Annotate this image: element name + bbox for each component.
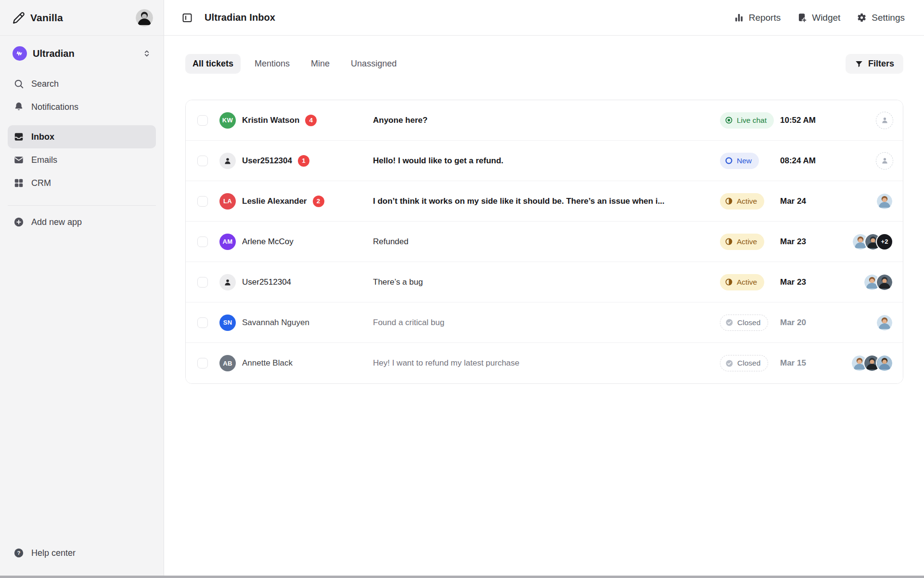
status-badge-live: Live chat — [720, 112, 774, 129]
ticket-message: There’s a bug — [373, 277, 720, 287]
status-label: Active — [737, 278, 757, 287]
status-cell: Live chat — [720, 112, 780, 129]
header-actions: ReportsWidgetSettings — [734, 13, 905, 23]
assignee-overflow-badge: +2 — [876, 233, 893, 250]
ticket-time: 08:24 AM — [780, 156, 835, 166]
filters-button[interactable]: Filters — [846, 54, 903, 74]
funnel-icon — [855, 60, 863, 68]
sidebar-toggle-icon[interactable] — [181, 12, 193, 24]
ticket-contact-name: Leslie Alexander — [242, 197, 307, 206]
tab-mine[interactable]: Mine — [304, 54, 337, 74]
unread-count-badge: 2 — [313, 196, 324, 207]
help-center-label: Help center — [31, 548, 76, 558]
ticket-message: Refunded — [373, 237, 720, 247]
unassigned-avatar-icon — [876, 152, 893, 170]
header-action-widget[interactable]: Widget — [797, 13, 840, 23]
ticket-time: Mar 20 — [780, 318, 835, 328]
chevron-up-down-icon — [142, 49, 151, 58]
ticket-message: Hey! I want to refund my latest purchase — [373, 358, 720, 368]
header-action-settings[interactable]: Settings — [857, 13, 905, 23]
header-action-label: Widget — [812, 13, 840, 23]
status-label: Active — [737, 197, 757, 206]
assignee-photo-avatar — [876, 355, 893, 372]
ticket-checkbox[interactable] — [197, 358, 208, 368]
question-circle-icon: ? — [13, 548, 24, 558]
ticket-checkbox[interactable] — [197, 196, 208, 207]
header-action-label: Reports — [749, 13, 781, 23]
ticket-row[interactable]: SNSavannah NguyenFound a critical bugClo… — [186, 302, 903, 343]
ticket-contact-name: Annette Black — [242, 358, 293, 368]
search-icon — [13, 79, 24, 89]
status-label: Closed — [737, 318, 760, 327]
contact-avatar: KW — [219, 112, 236, 129]
ticket-contact-name: Savannah Nguyen — [242, 318, 309, 328]
status-badge-closed: Closed — [720, 315, 768, 331]
gear-icon — [857, 13, 867, 23]
ticket-time: Mar 24 — [780, 197, 835, 206]
ticket-row[interactable]: ABAnnette BlackHey! I want to refund my … — [186, 343, 903, 383]
header-action-reports[interactable]: Reports — [734, 13, 781, 23]
sidebar-item-label: Inbox — [31, 132, 54, 142]
assignee-avatars — [835, 355, 893, 372]
tab-all-tickets[interactable]: All tickets — [185, 54, 241, 74]
add-new-app-label: Add new app — [31, 217, 82, 227]
sidebar-item-notifications[interactable]: Notifications — [8, 95, 156, 118]
assignee-avatars — [835, 314, 893, 331]
pen-brand-icon — [13, 12, 25, 24]
ticket-contact-name: User2512304 — [242, 156, 292, 166]
ticket-row[interactable]: AMArlene McCoyRefundedActiveMar 23+2 — [186, 222, 903, 262]
sidebar-item-crm[interactable]: CRM — [8, 171, 156, 195]
assignee-avatars: +2 — [835, 233, 893, 250]
status-badge-active: Active — [720, 234, 764, 250]
assignee-photo-avatar — [876, 193, 893, 210]
ticket-contact-name: User2512304 — [242, 277, 291, 287]
assignee-avatars — [835, 152, 893, 170]
workspace-switcher[interactable]: Ultradian — [8, 44, 156, 63]
user-avatar[interactable] — [136, 9, 153, 26]
tab-mentions[interactable]: Mentions — [247, 54, 297, 74]
status-cell: Active — [720, 193, 780, 210]
status-badge-active: Active — [720, 274, 764, 290]
sidebar-item-label: Emails — [31, 155, 57, 165]
ticket-checkbox[interactable] — [197, 236, 208, 247]
app-root: Vanilla Ultradian SearchNotificationsInb… — [0, 0, 924, 578]
status-label: Closed — [737, 359, 760, 368]
ticket-row[interactable]: User25123041Hello! I would like to get a… — [186, 141, 903, 181]
ticket-name-cell: Leslie Alexander2 — [242, 196, 373, 207]
header-action-label: Settings — [872, 13, 905, 23]
ticket-row[interactable]: User2512304There’s a bugActiveMar 23 — [186, 262, 903, 302]
ticket-checkbox[interactable] — [197, 115, 208, 126]
add-new-app-button[interactable]: Add new app — [8, 210, 156, 234]
ticket-checkbox[interactable] — [197, 277, 208, 288]
status-label: New — [737, 157, 752, 165]
ticket-checkbox[interactable] — [197, 317, 208, 328]
sidebar-divider — [8, 205, 156, 206]
ticket-contact-name: Kristin Watson — [242, 116, 299, 125]
ticket-message: Found a critical bug — [373, 318, 720, 328]
sidebar-item-label: Notifications — [31, 102, 78, 112]
envelope-icon — [13, 155, 24, 165]
filters-label: Filters — [868, 59, 894, 69]
sidebar-item-label: Search — [31, 79, 59, 89]
sidebar-item-emails[interactable]: Emails — [8, 148, 156, 171]
main-header: Ultradian Inbox ReportsWidgetSettings — [164, 0, 924, 36]
tab-unassigned[interactable]: Unassigned — [344, 54, 404, 74]
ticket-message: Hello! I would like to get a refund. — [373, 156, 720, 166]
status-cell: Active — [720, 234, 780, 250]
ticket-row[interactable]: KWKristin Watson4Anyone here?Live chat10… — [186, 100, 903, 141]
status-live-icon — [725, 116, 733, 124]
ticket-time: Mar 23 — [780, 277, 835, 287]
unread-count-badge: 1 — [298, 155, 309, 167]
main-area: Ultradian Inbox ReportsWidgetSettings Al… — [164, 0, 924, 578]
sidebar-item-search[interactable]: Search — [8, 72, 156, 95]
help-center-button[interactable]: ? Help center — [8, 541, 156, 565]
status-cell: Closed — [720, 315, 780, 331]
status-active-icon — [725, 278, 733, 286]
plus-circle-icon — [13, 217, 24, 227]
ticket-row[interactable]: LALeslie Alexander2I don’t think it work… — [186, 181, 903, 222]
ticket-name-cell: Arlene McCoy — [242, 237, 373, 247]
contact-avatar: AM — [219, 234, 236, 250]
ticket-checkbox[interactable] — [197, 156, 208, 166]
sidebar-item-inbox[interactable]: Inbox — [8, 125, 156, 148]
ticket-time: 10:52 AM — [780, 116, 835, 125]
